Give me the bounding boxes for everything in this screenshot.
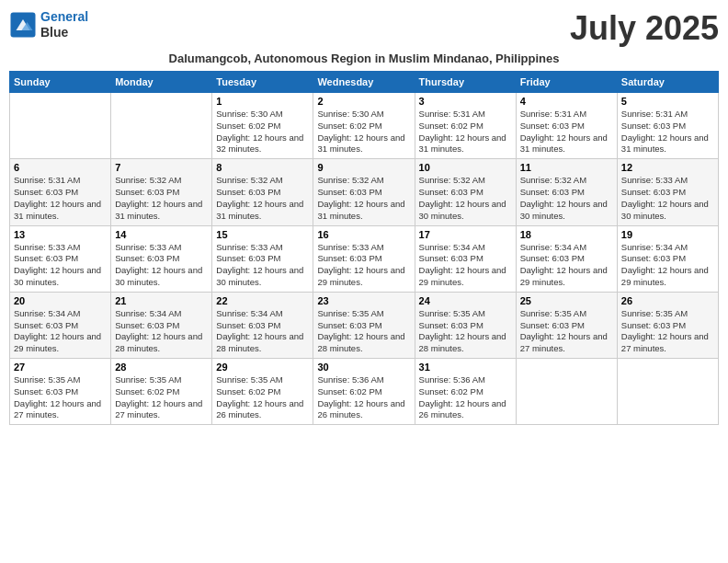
day-number: 23: [317, 295, 410, 306]
calendar-cell: 4Sunrise: 5:31 AM Sunset: 6:03 PM Daylig…: [516, 93, 617, 159]
calendar-cell: 12Sunrise: 5:33 AM Sunset: 6:03 PM Dayli…: [617, 159, 718, 225]
calendar-cell: 19Sunrise: 5:34 AM Sunset: 6:03 PM Dayli…: [617, 225, 718, 292]
day-number: 1: [216, 96, 309, 107]
day-number: 14: [115, 229, 208, 240]
calendar-cell: [10, 93, 111, 159]
day-number: 5: [621, 96, 714, 107]
calendar-cell: 8Sunrise: 5:32 AM Sunset: 6:03 PM Daylig…: [212, 159, 313, 225]
day-number: 18: [520, 229, 613, 240]
day-info: Sunrise: 5:33 AM Sunset: 6:03 PM Dayligh…: [115, 242, 208, 289]
day-info: Sunrise: 5:30 AM Sunset: 6:02 PM Dayligh…: [317, 109, 410, 155]
calendar-cell: 24Sunrise: 5:35 AM Sunset: 6:03 PM Dayli…: [415, 292, 516, 358]
day-number: 30: [317, 362, 410, 373]
calendar-cell: 10Sunrise: 5:32 AM Sunset: 6:03 PM Dayli…: [415, 159, 516, 225]
day-info: Sunrise: 5:34 AM Sunset: 6:03 PM Dayligh…: [419, 242, 512, 289]
month-title: July 2025: [570, 9, 719, 48]
day-info: Sunrise: 5:31 AM Sunset: 6:03 PM Dayligh…: [520, 109, 613, 155]
day-number: 12: [621, 162, 714, 173]
calendar-cell: 1Sunrise: 5:30 AM Sunset: 6:02 PM Daylig…: [212, 93, 313, 159]
day-info: Sunrise: 5:35 AM Sunset: 6:03 PM Dayligh…: [14, 374, 107, 421]
day-number: 13: [14, 229, 107, 240]
calendar-week-row: 6Sunrise: 5:31 AM Sunset: 6:03 PM Daylig…: [10, 159, 719, 225]
day-number: 15: [216, 229, 309, 240]
day-number: 17: [419, 229, 512, 240]
page-header: General Blue July 2025: [9, 9, 719, 48]
calendar-header-cell: Monday: [111, 72, 212, 93]
day-number: 10: [419, 162, 512, 173]
day-info: Sunrise: 5:34 AM Sunset: 6:03 PM Dayligh…: [520, 242, 613, 289]
logo-line2: Blue: [40, 25, 88, 40]
calendar-cell: 29Sunrise: 5:35 AM Sunset: 6:02 PM Dayli…: [212, 359, 313, 425]
day-info: Sunrise: 5:36 AM Sunset: 6:02 PM Dayligh…: [419, 374, 512, 421]
calendar-table: SundayMondayTuesdayWednesdayThursdayFrid…: [9, 71, 719, 425]
day-info: Sunrise: 5:32 AM Sunset: 6:03 PM Dayligh…: [520, 175, 613, 222]
day-number: 25: [520, 295, 613, 306]
day-number: 2: [317, 96, 410, 107]
day-number: 3: [419, 96, 512, 107]
calendar-cell: 30Sunrise: 5:36 AM Sunset: 6:02 PM Dayli…: [313, 359, 415, 425]
logo-text: General Blue: [40, 9, 88, 40]
day-info: Sunrise: 5:31 AM Sunset: 6:03 PM Dayligh…: [621, 109, 714, 155]
logo-line1: General: [40, 9, 88, 24]
day-info: Sunrise: 5:35 AM Sunset: 6:03 PM Dayligh…: [419, 308, 512, 355]
day-info: Sunrise: 5:35 AM Sunset: 6:02 PM Dayligh…: [216, 374, 309, 421]
day-info: Sunrise: 5:33 AM Sunset: 6:03 PM Dayligh…: [216, 242, 309, 289]
day-number: 9: [317, 162, 410, 173]
day-number: 27: [14, 362, 107, 373]
calendar-header-cell: Thursday: [415, 72, 516, 93]
day-number: 21: [115, 295, 208, 306]
calendar-header-cell: Wednesday: [313, 72, 415, 93]
logo: General Blue: [9, 9, 88, 40]
calendar-cell: 2Sunrise: 5:30 AM Sunset: 6:02 PM Daylig…: [313, 93, 415, 159]
calendar-week-row: 13Sunrise: 5:33 AM Sunset: 6:03 PM Dayli…: [10, 225, 719, 292]
calendar-cell: 26Sunrise: 5:35 AM Sunset: 6:03 PM Dayli…: [617, 292, 718, 358]
day-info: Sunrise: 5:33 AM Sunset: 6:03 PM Dayligh…: [317, 242, 410, 289]
day-number: 8: [216, 162, 309, 173]
calendar-cell: 31Sunrise: 5:36 AM Sunset: 6:02 PM Dayli…: [415, 359, 516, 425]
day-number: 29: [216, 362, 309, 373]
day-number: 11: [520, 162, 613, 173]
logo-icon: [9, 11, 37, 39]
calendar-header-cell: Friday: [516, 72, 617, 93]
day-number: 19: [621, 229, 714, 240]
day-info: Sunrise: 5:34 AM Sunset: 6:03 PM Dayligh…: [216, 308, 309, 355]
calendar-cell: 23Sunrise: 5:35 AM Sunset: 6:03 PM Dayli…: [313, 292, 415, 358]
day-number: 7: [115, 162, 208, 173]
day-info: Sunrise: 5:31 AM Sunset: 6:03 PM Dayligh…: [14, 175, 107, 222]
day-info: Sunrise: 5:34 AM Sunset: 6:03 PM Dayligh…: [14, 308, 107, 355]
day-info: Sunrise: 5:35 AM Sunset: 6:03 PM Dayligh…: [520, 308, 613, 355]
calendar-cell: 7Sunrise: 5:32 AM Sunset: 6:03 PM Daylig…: [111, 159, 212, 225]
calendar-body: 1Sunrise: 5:30 AM Sunset: 6:02 PM Daylig…: [10, 93, 719, 425]
day-info: Sunrise: 5:33 AM Sunset: 6:03 PM Dayligh…: [14, 242, 107, 289]
calendar-week-row: 1Sunrise: 5:30 AM Sunset: 6:02 PM Daylig…: [10, 93, 719, 159]
calendar-header-cell: Saturday: [617, 72, 718, 93]
calendar-week-row: 27Sunrise: 5:35 AM Sunset: 6:03 PM Dayli…: [10, 359, 719, 425]
day-number: 16: [317, 229, 410, 240]
calendar-cell: [516, 359, 617, 425]
day-number: 22: [216, 295, 309, 306]
calendar-cell: 25Sunrise: 5:35 AM Sunset: 6:03 PM Dayli…: [516, 292, 617, 358]
calendar-week-row: 20Sunrise: 5:34 AM Sunset: 6:03 PM Dayli…: [10, 292, 719, 358]
calendar-cell: [617, 359, 718, 425]
calendar-cell: 15Sunrise: 5:33 AM Sunset: 6:03 PM Dayli…: [212, 225, 313, 292]
day-info: Sunrise: 5:34 AM Sunset: 6:03 PM Dayligh…: [621, 242, 714, 289]
day-info: Sunrise: 5:35 AM Sunset: 6:03 PM Dayligh…: [317, 308, 410, 355]
day-number: 4: [520, 96, 613, 107]
calendar-cell: 13Sunrise: 5:33 AM Sunset: 6:03 PM Dayli…: [10, 225, 111, 292]
day-number: 31: [419, 362, 512, 373]
calendar-cell: 28Sunrise: 5:35 AM Sunset: 6:02 PM Dayli…: [111, 359, 212, 425]
day-info: Sunrise: 5:35 AM Sunset: 6:02 PM Dayligh…: [115, 374, 208, 421]
day-info: Sunrise: 5:34 AM Sunset: 6:03 PM Dayligh…: [115, 308, 208, 355]
day-info: Sunrise: 5:32 AM Sunset: 6:03 PM Dayligh…: [115, 175, 208, 222]
calendar-cell: 17Sunrise: 5:34 AM Sunset: 6:03 PM Dayli…: [415, 225, 516, 292]
calendar-header-cell: Tuesday: [212, 72, 313, 93]
day-number: 20: [14, 295, 107, 306]
calendar-cell: 14Sunrise: 5:33 AM Sunset: 6:03 PM Dayli…: [111, 225, 212, 292]
page-subtitle: Dalumangcob, Autonomous Region in Muslim…: [9, 52, 719, 65]
day-number: 28: [115, 362, 208, 373]
day-number: 26: [621, 295, 714, 306]
calendar-cell: 3Sunrise: 5:31 AM Sunset: 6:02 PM Daylig…: [415, 93, 516, 159]
day-info: Sunrise: 5:30 AM Sunset: 6:02 PM Dayligh…: [216, 109, 309, 155]
calendar-cell: 20Sunrise: 5:34 AM Sunset: 6:03 PM Dayli…: [10, 292, 111, 358]
calendar-cell: 5Sunrise: 5:31 AM Sunset: 6:03 PM Daylig…: [617, 93, 718, 159]
